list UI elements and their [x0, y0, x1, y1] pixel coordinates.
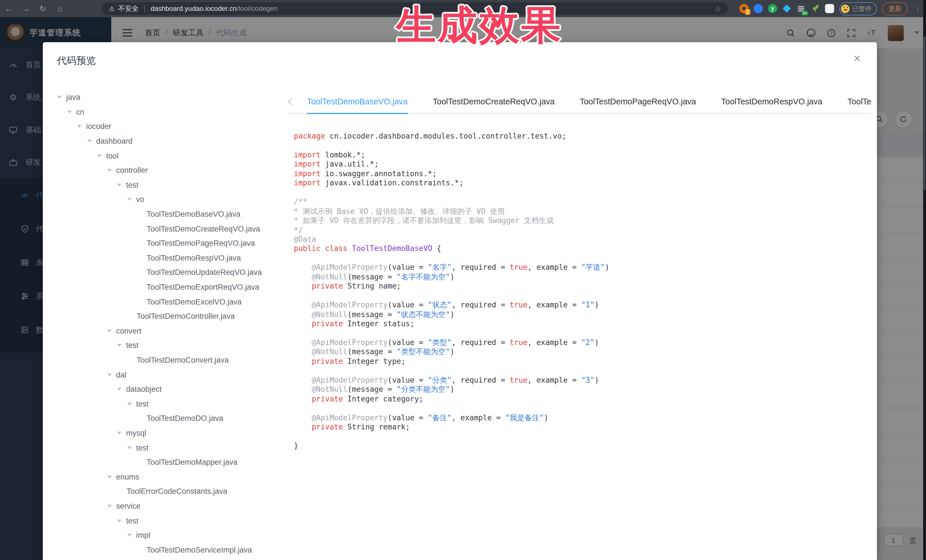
extensions-row: 1 y on 已暂停 更新 ⋮ [740, 0, 921, 17]
tree-node[interactable]: ToolTestDemoController.java [57, 309, 282, 324]
tree-node-label: ToolTestDemoUpdateReqVO.java [147, 268, 262, 277]
tree-node-label: test [136, 444, 148, 452]
caret-down-icon[interactable] [87, 140, 92, 143]
extension-tabs-icon[interactable]: on [796, 4, 806, 13]
extension-on-badge: on [802, 11, 808, 15]
caret-down-icon[interactable] [127, 446, 132, 449]
tree-node[interactable]: tool [57, 149, 282, 163]
tree-node-label: enums [116, 472, 139, 481]
tree-node-label: test [126, 341, 139, 350]
caret-down-icon[interactable] [117, 388, 121, 391]
tree-node[interactable]: dashboard [57, 134, 282, 149]
tree-node-label: tool [106, 151, 119, 160]
tree-node[interactable]: ToolTestDemoMapper.java [57, 455, 282, 469]
tree-node[interactable]: ToolTestDemoExportReqVO.java [57, 280, 282, 294]
tree-node[interactable]: ToolTestDemoConvert.java [57, 353, 282, 367]
tree-node[interactable]: test [57, 513, 282, 528]
caret-down-icon[interactable] [107, 169, 112, 172]
tree-node[interactable]: ToolTestDemoServiceImpl.java [57, 543, 282, 557]
tree-node[interactable]: test [57, 397, 282, 411]
tree-node[interactable]: ToolTestDemoBaseVO.java [57, 207, 282, 222]
extension-plant-icon[interactable] [811, 4, 820, 13]
tree-node[interactable]: dal [57, 368, 282, 382]
caret-down-icon[interactable] [107, 373, 112, 376]
close-icon[interactable]: ✕ [853, 53, 861, 64]
forward-icon[interactable]: → [17, 4, 34, 13]
tree-node-label: iocoder [86, 122, 112, 131]
tree-node-label: test [126, 516, 139, 525]
tree-node[interactable]: mysql [57, 426, 282, 440]
chrome-menu-icon[interactable]: ⋮ [914, 4, 921, 13]
caret-down-icon[interactable] [107, 475, 112, 478]
tree-node-label: dashboard [96, 137, 133, 145]
window-scrollbar[interactable] [923, 0, 926, 560]
caret-down-icon[interactable] [117, 184, 121, 186]
extensions-puzzle-icon[interactable] [825, 4, 834, 13]
caret-down-icon[interactable] [77, 125, 82, 128]
tab-file-2[interactable]: ToolTestDemoCreateReqVO.java [433, 90, 555, 113]
tree-node-label: cn [76, 108, 85, 116]
tree-node-label: ToolTestDemoRespVO.java [147, 254, 241, 262]
tree-node-label: ToolTestDemoDO.java [147, 414, 223, 423]
tree-node[interactable]: test [57, 441, 282, 455]
tab-file-4[interactable]: ToolTestDemoRespVO.java [721, 90, 822, 113]
tree-node[interactable]: controller [57, 163, 282, 178]
tab-file-1[interactable]: ToolTestDemoBaseVO.java [307, 90, 408, 113]
extension-badge: 1 [745, 9, 750, 15]
tree-node[interactable]: ToolTestDemoPageReqVO.java [57, 236, 282, 251]
tree-node[interactable]: test [57, 178, 282, 192]
security-label[interactable]: 不安全 [118, 4, 139, 14]
tree-node[interactable]: ToolTestDemoRespVO.java [57, 251, 282, 265]
caret-down-icon[interactable] [107, 505, 112, 507]
tree-node[interactable]: impl [57, 528, 282, 543]
tree-node[interactable]: ToolTestDemoUpdateReqVO.java [57, 265, 282, 280]
extension-orange-icon[interactable]: 1 [740, 4, 749, 13]
caret-down-icon[interactable] [57, 96, 62, 99]
tree-node[interactable]: service [57, 499, 282, 513]
tree-node-label: vo [136, 195, 144, 204]
extension-green-icon[interactable]: y [768, 4, 777, 13]
tree-node-label: impl [136, 531, 150, 539]
tree-node[interactable]: test [57, 338, 282, 353]
tree-node[interactable]: ToolTestDemoExcelVO.java [57, 294, 282, 309]
url-path: /tool/codegen [236, 5, 278, 12]
tree-node-label: ToolTestDemoBaseVO.java [147, 210, 241, 219]
security-warning-icon[interactable]: ⚠ [109, 5, 115, 12]
chrome-update-button[interactable]: 更新 [882, 2, 908, 15]
tree-node[interactable]: ToolErrorCodeConstants.java [57, 484, 282, 499]
back-icon[interactable]: ← [0, 4, 17, 13]
tree-node[interactable]: convert [57, 324, 282, 338]
tree-node[interactable]: ToolTestDemoDO.java [57, 411, 282, 426]
extension-blue-icon[interactable] [754, 4, 763, 13]
caret-down-icon[interactable] [117, 432, 121, 435]
url-domain[interactable]: dashboard.yudao.iocoder.cn [151, 5, 237, 12]
tree-node[interactable]: ToolTestDemoCreateReqVO.java [57, 222, 282, 236]
tree-node-label: ToolTestDemoMapper.java [147, 458, 238, 466]
tree-node[interactable]: java [57, 90, 282, 105]
extension-diamond-icon[interactable] [782, 4, 791, 13]
tree-node-label: ToolErrorCodeConstants.java [127, 487, 227, 496]
caret-down-icon[interactable] [97, 154, 101, 157]
caret-down-icon[interactable] [117, 344, 121, 347]
caret-down-icon[interactable] [127, 534, 132, 537]
profile-paused-chip[interactable]: 已暂停 [839, 2, 877, 15]
tree-node[interactable]: iocoder [57, 119, 282, 134]
tree-node[interactable]: cn [57, 105, 282, 119]
caret-down-icon[interactable] [127, 403, 132, 406]
tree-node-label: ToolTestDemoPageReqVO.java [147, 239, 255, 248]
caret-down-icon[interactable] [117, 519, 121, 522]
tab-file-3[interactable]: ToolTestDemoPageReqVO.java [580, 90, 696, 113]
caret-down-icon[interactable] [107, 330, 112, 332]
tree-node[interactable]: vo [57, 192, 282, 207]
caret-down-icon[interactable] [127, 198, 132, 201]
tree-node[interactable]: enums [57, 469, 282, 484]
tabs-scroll-left-icon[interactable] [288, 98, 295, 105]
screen: ← → ↻ ⌂ ⚠ 不安全 dashboard.yudao.iocoder.cn… [0, 0, 926, 560]
home-icon[interactable]: ⌂ [51, 4, 68, 13]
caret-down-icon[interactable] [67, 111, 72, 113]
tree-node-label: ToolTestDemoExcelVO.java [147, 297, 242, 306]
code-preview-dialog: 代码预览 ✕ javacniocoderdashboardtoolcontrol… [43, 42, 877, 560]
reload-icon[interactable]: ↻ [34, 4, 51, 13]
bookmark-star-icon[interactable]: ☆ [715, 4, 721, 13]
tree-node[interactable]: dataobject [57, 382, 282, 397]
